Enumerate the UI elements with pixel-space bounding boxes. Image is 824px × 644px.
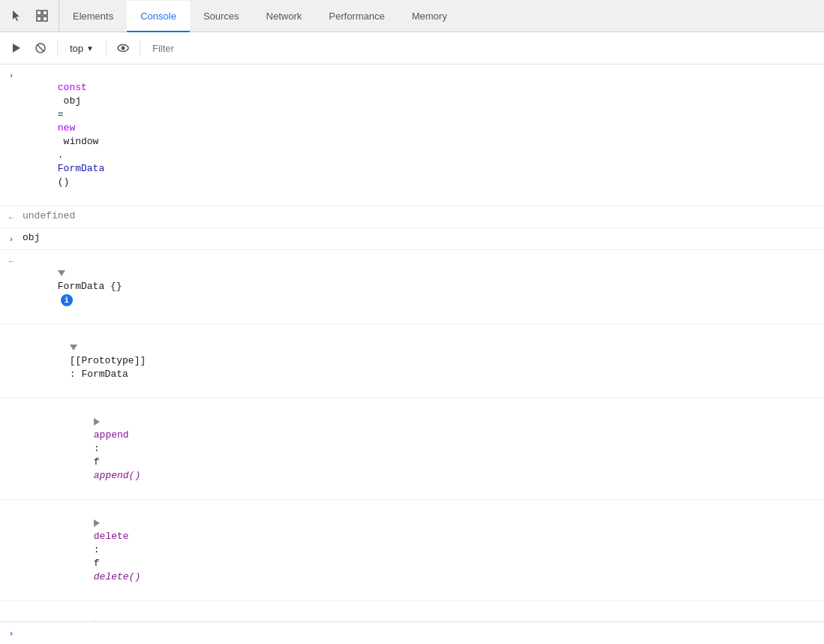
input-indicator-2: › [0,231,23,246]
tab-bar: Elements Console Sources Network Perform… [0,0,824,32]
console-code-2: obj [23,231,824,245]
expand-entries-icon[interactable] [94,621,100,621]
console-row-output-2: ← FormData {} i [0,250,824,324]
svg-rect-2 [37,17,41,21]
method-entries: entries : f entries() [0,601,824,621]
expand-formdata-icon[interactable] [58,270,65,276]
expand-prototype-icon[interactable] [70,345,77,351]
tab-console[interactable]: Console [127,1,190,32]
toolbar-divider-2 [106,41,107,56]
console-code-1: const obj = new window . FormData () [23,68,824,203]
filter-input[interactable] [146,40,818,57]
prompt-chevron-icon: › [0,627,23,639]
console-row-output-1: ← undefined [0,206,824,228]
info-badge[interactable]: i [61,294,73,306]
output-indicator-1: ← [0,209,23,224]
svg-line-6 [38,45,44,51]
tab-memory[interactable]: Memory [398,1,461,32]
play-button[interactable] [6,38,27,59]
svg-rect-3 [43,17,47,21]
expand-delete-icon[interactable] [94,519,100,527]
output-indicator-2: ← [0,253,23,268]
prototype-content: [[Prototype]] : FormData [23,327,824,395]
tab-performance[interactable]: Performance [315,1,398,32]
chevron-down-icon: ▼ [86,44,94,53]
method-append: append : f append() [0,399,824,500]
method-delete: delete : f delete() [0,500,824,601]
console-row-input-2: › obj [0,228,824,250]
toolbar-divider-1 [57,41,58,56]
clear-button[interactable] [30,38,51,59]
eye-icon[interactable] [113,38,134,59]
svg-point-8 [121,47,125,50]
console-output: › const obj = new window . FormData () ←… [0,65,824,621]
svg-marker-4 [13,44,20,53]
console-toolbar: top ▼ [0,32,824,65]
cursor-icon[interactable] [6,5,27,26]
console-row-input-1: › const obj = new window . FormData () [0,65,824,206]
inspect-icon[interactable] [32,5,53,26]
context-selector[interactable]: top ▼ [64,41,100,56]
tab-elements[interactable]: Elements [59,1,127,32]
tab-network[interactable]: Network [253,1,316,32]
tab-sources[interactable]: Sources [190,1,253,32]
toolbar-divider-3 [140,41,140,56]
input-indicator-1: › [0,68,23,83]
devtools-icons [0,0,59,32]
svg-rect-0 [37,11,41,15]
spacer-1 [0,327,23,329]
expand-append-icon[interactable] [94,418,100,426]
prompt-input[interactable] [23,627,824,639]
console-output-undefined: undefined [23,209,824,223]
svg-rect-1 [43,11,47,15]
console-output-formdata: FormData {} i [23,253,824,320]
console-prompt: › [0,621,824,644]
prototype-row: [[Prototype]] : FormData [0,324,824,399]
